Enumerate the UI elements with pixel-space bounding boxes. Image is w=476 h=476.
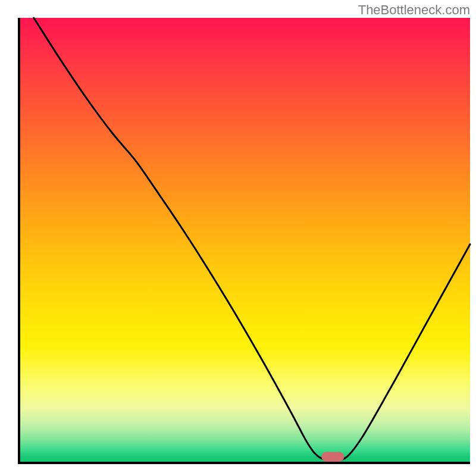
- curve-layer: [20, 18, 470, 462]
- watermark-label: TheBottleneck.com: [358, 2, 470, 18]
- plot-area: [20, 18, 470, 462]
- chart-container: TheBottleneck.com: [0, 0, 476, 476]
- bottleneck-curve: [34, 18, 470, 461]
- optimum-marker: [322, 452, 345, 462]
